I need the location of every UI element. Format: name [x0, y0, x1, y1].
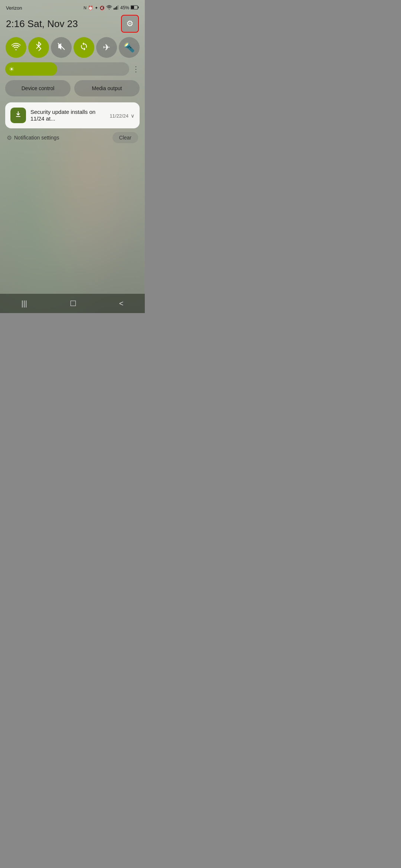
svg-rect-2 — [116, 6, 117, 10]
svg-rect-3 — [117, 5, 118, 10]
svg-rect-1 — [115, 7, 116, 10]
bluetooth-tile-icon — [35, 42, 42, 53]
notification-title: Security update installs on 11/24 at... — [30, 109, 95, 122]
tile-flashlight[interactable]: 🔦 — [119, 37, 140, 58]
notification-chevron-icon: ∨ — [131, 113, 134, 119]
media-output-button[interactable]: Media output — [74, 80, 140, 96]
device-control-button[interactable]: Device control — [5, 80, 71, 96]
tile-sync[interactable] — [74, 37, 94, 58]
back-icon: < — [119, 299, 124, 308]
device-control-label: Device control — [22, 85, 55, 91]
datetime-label: 2:16 Sat, Nov 23 — [6, 18, 78, 30]
bottom-wallpaper-area — [0, 146, 145, 313]
tile-bluetooth[interactable] — [28, 37, 49, 58]
notification-date: 11/22/24 — [110, 113, 128, 119]
system-update-icon — [14, 110, 22, 121]
quick-tiles-row: ✈ 🔦 — [0, 36, 145, 61]
alarm-icon: ⏰ — [88, 6, 93, 10]
brightness-slider[interactable]: ☀ — [5, 62, 129, 76]
brightness-more-icon[interactable]: ⋮ — [132, 65, 140, 73]
status-icons-group: N ⏰ ✦ 🔇 45% — [84, 5, 139, 10]
settings-gear-icon: ⚙ — [126, 19, 134, 29]
control-buttons-row: Device control Media output — [0, 79, 145, 101]
recents-button[interactable]: ||| — [14, 296, 35, 311]
signal-icon — [114, 5, 119, 10]
back-button[interactable]: < — [112, 296, 131, 311]
clear-button[interactable]: Clear — [113, 132, 138, 143]
bluetooth-status-icon: ✦ — [95, 6, 98, 10]
brightness-fill: ☀ — [5, 62, 57, 76]
clear-label: Clear — [119, 135, 131, 141]
tile-airplane[interactable]: ✈ — [96, 37, 117, 58]
navigation-bar: ||| ☐ < — [0, 294, 145, 313]
mute-tile-icon — [57, 42, 66, 53]
notification-settings-label: Notification settings — [14, 135, 59, 141]
svg-rect-9 — [16, 116, 20, 117]
svg-rect-6 — [131, 6, 134, 9]
battery-label: 45% — [120, 5, 129, 10]
sync-tile-icon — [79, 42, 88, 53]
notification-card[interactable]: Security update installs on 11/24 at... … — [5, 102, 140, 128]
carrier-label: Verizon — [6, 5, 22, 11]
battery-icon — [131, 5, 139, 10]
header-row: 2:16 Sat, Nov 23 ⚙ — [0, 13, 145, 36]
mute-icon: 🔇 — [100, 6, 105, 10]
flashlight-tile-icon: 🔦 — [124, 42, 135, 53]
home-button[interactable]: ☐ — [62, 296, 84, 311]
brightness-row: ☀ ⋮ — [0, 61, 145, 79]
notification-settings-link[interactable]: ⚙ Notification settings — [7, 134, 59, 141]
notification-app-icon — [10, 108, 26, 123]
notification-footer: ⚙ Notification settings Clear — [0, 131, 145, 146]
recents-icon: ||| — [21, 299, 27, 308]
notification-content: Security update installs on 11/24 at... — [30, 109, 105, 122]
nfc-icon: N — [84, 6, 87, 10]
wifi-tile-icon — [11, 42, 21, 53]
wifi-status-icon — [106, 5, 112, 10]
airplane-tile-icon: ✈ — [103, 42, 110, 53]
svg-rect-0 — [114, 8, 115, 10]
settings-button[interactable]: ⚙ — [121, 15, 139, 33]
notification-meta: 11/22/24 ∨ — [110, 113, 134, 119]
tile-wifi[interactable] — [6, 37, 26, 58]
svg-rect-5 — [138, 7, 139, 9]
tile-mute[interactable] — [51, 37, 72, 58]
home-icon: ☐ — [70, 299, 76, 308]
notification-settings-gear-icon: ⚙ — [7, 134, 12, 141]
media-output-label: Media output — [92, 85, 122, 91]
sun-icon: ☀ — [9, 66, 14, 73]
status-bar: Verizon N ⏰ ✦ 🔇 — [0, 0, 145, 13]
notification-shade: Verizon N ⏰ ✦ 🔇 — [0, 0, 145, 313]
